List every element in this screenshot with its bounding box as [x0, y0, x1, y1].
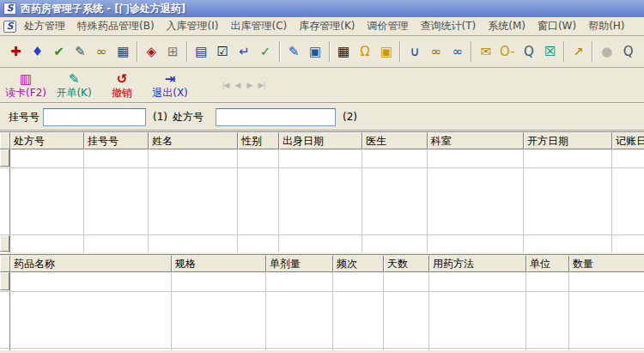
menu-item[interactable]: 入库管理(I) — [161, 17, 225, 35]
checkbox-checked-icon[interactable]: ☑ — [212, 40, 234, 63]
column-header[interactable]: 记账日期 — [612, 132, 644, 149]
find-folder-icon[interactable]: ∞ — [425, 40, 447, 63]
prescription-hotkey-hint: (2) — [343, 111, 357, 123]
edit-note-icon[interactable]: ✎ — [70, 40, 91, 63]
window-title: 西药房管理子系统 - [门诊处方退药] — [21, 2, 185, 16]
new-card-icon[interactable]: ⊞ — [162, 40, 184, 63]
note-insert-icon[interactable]: ↵ — [234, 40, 255, 63]
registration-no-input[interactable] — [43, 108, 146, 126]
toolbar-separator — [137, 41, 138, 62]
row-divider — [0, 234, 644, 235]
find-window-icon[interactable]: ∞ — [447, 40, 468, 63]
record-nav: |◀◀▶▶| — [220, 80, 267, 91]
row-indicator — [0, 272, 9, 290]
toolbar: ✚♦✔✎∞▦◈⊞▤☑↵✓✎▣▦Ω▣∪∞∞✉O-Q☒↗●Q — [0, 36, 644, 68]
column-header[interactable] — [0, 132, 10, 149]
toolbar-separator — [563, 41, 565, 62]
menu-item[interactable]: 帮助(H) — [582, 17, 630, 35]
button-label: 读卡(F2) — [5, 87, 46, 99]
menu-item[interactable]: 系统(M) — [482, 17, 532, 35]
registration-hotkey-hint: (1) — [153, 111, 167, 123]
column-header[interactable]: 出身日期 — [279, 132, 362, 149]
prescription-table-header: 处方号挂号号姓名性别出身日期医生科室开方日期记账日期 — [0, 132, 644, 149]
toolbar-separator — [592, 41, 593, 62]
create-order-button[interactable]: ✎ 开单(K) — [50, 68, 98, 102]
first-aid-box-icon[interactable]: ✚ — [5, 40, 27, 63]
column-header[interactable]: 天数 — [384, 255, 429, 272]
column-header[interactable]: 单剂量 — [266, 255, 333, 272]
button-label: 开单(K) — [56, 87, 91, 99]
exit-button[interactable]: ⇥ 退出(X) — [146, 68, 194, 102]
eraser-disabled-icon[interactable]: ● — [596, 40, 617, 63]
button-label: 撤销 — [112, 87, 132, 99]
toolbar-separator — [186, 41, 188, 62]
drug-table-header: 药品名称规格单剂量频次天数用药方法单位数量 — [0, 255, 644, 272]
column-header[interactable]: 数量 — [569, 255, 644, 272]
toolbar-separator — [471, 41, 472, 62]
nav-first-button: |◀ — [220, 80, 231, 91]
clipboard-add-icon[interactable]: ▤ — [191, 40, 212, 63]
column-header[interactable]: 规格 — [172, 255, 266, 272]
keypad-icon[interactable]: ▦ — [333, 40, 355, 63]
app-window: S 西药房管理子系统 - [门诊处方退药] S 处方管理特殊药品管理(B)入库管… — [0, 0, 644, 353]
column-header[interactable] — [0, 255, 10, 272]
column-header[interactable]: 挂号号 — [84, 132, 149, 149]
action-bar: ▥ 读卡(F2) ✎ 开单(K) ↺ 撤销 ⇥ 退出(X) |◀◀▶▶| — [0, 68, 644, 104]
nav-next-button: ▶ — [244, 80, 255, 91]
row-indicator — [0, 235, 9, 252]
binoculars-icon[interactable]: ∞ — [91, 40, 112, 63]
magnifier-icon[interactable]: Q — [518, 40, 539, 63]
clipboard-grid-icon[interactable]: ▦ — [112, 40, 134, 63]
medicine-bottle-icon[interactable]: ♦ — [27, 40, 48, 63]
menu-item[interactable]: 出库管理(C) — [225, 17, 294, 35]
magnifier2-icon[interactable]: Q — [617, 40, 639, 63]
card-find-icon[interactable]: ▣ — [305, 40, 326, 63]
menu-item[interactable]: 调价管理 — [361, 17, 415, 35]
row-divider — [0, 291, 644, 292]
open-folder-icon[interactable]: ↗ — [568, 40, 589, 63]
menu-item[interactable]: 查询统计(T) — [415, 17, 483, 35]
row-divider — [0, 348, 644, 349]
column-header[interactable]: 开方日期 — [524, 132, 612, 149]
button-icon: ✎ — [69, 72, 80, 87]
registration-no-label: 挂号号 — [9, 110, 39, 125]
undo-button[interactable]: ↺ 撤销 — [98, 68, 146, 102]
drug-table-body[interactable] — [0, 272, 644, 350]
nav-prev-button: ◀ — [232, 80, 243, 91]
column-header[interactable]: 姓名 — [149, 132, 238, 149]
close-box-icon[interactable]: ☒ — [539, 40, 561, 63]
bell-icon[interactable]: Ω — [355, 40, 376, 63]
column-header[interactable]: 用药方法 — [429, 255, 526, 272]
book-search-icon[interactable]: ◈ — [141, 40, 162, 63]
column-header[interactable]: 处方号 — [10, 132, 84, 149]
prescription-table-body[interactable] — [0, 149, 644, 253]
prescription-no-input[interactable] — [216, 108, 336, 126]
menu-bar: S 处方管理特殊药品管理(B)入库管理(I)出库管理(C)库存管理(K)调价管理… — [0, 17, 644, 36]
amber-box-icon[interactable]: ▣ — [376, 40, 398, 63]
read-card-button[interactable]: ▥ 读卡(F2) — [2, 68, 50, 102]
menu-item[interactable]: 库存管理(K) — [293, 17, 361, 35]
column-header[interactable]: 频次 — [333, 255, 384, 272]
column-header[interactable]: 药品名称 — [10, 255, 172, 272]
folder-mail-icon[interactable]: ✉ — [475, 40, 496, 63]
menu-item[interactable]: 窗口(W) — [532, 17, 582, 35]
menu-item[interactable]: 处方管理 — [18, 17, 71, 35]
mail-check-icon[interactable]: ✔ — [48, 40, 70, 63]
button-icon: ⇥ — [165, 72, 176, 87]
column-header[interactable]: 医生 — [362, 132, 428, 149]
trash-can-icon[interactable]: ∪ — [404, 40, 425, 63]
app-icon: S — [3, 3, 16, 15]
key-icon[interactable]: O- — [496, 40, 518, 63]
prescription-no-label: 处方号 — [173, 110, 204, 125]
column-header[interactable]: 单位 — [526, 255, 569, 272]
action-buttons: ▥ 读卡(F2) ✎ 开单(K) ↺ 撤销 ⇥ 退出(X) — [2, 68, 194, 102]
menu-item[interactable]: 特殊药品管理(B) — [71, 17, 161, 35]
toolbar-separator — [329, 41, 331, 62]
toolbar-separator — [399, 41, 401, 62]
button-label: 退出(X) — [152, 87, 188, 99]
column-header[interactable]: 性别 — [238, 132, 279, 149]
nav-last-button: ▶| — [256, 80, 267, 91]
note-verified-icon[interactable]: ✓ — [255, 40, 276, 63]
card-edit-icon[interactable]: ✎ — [283, 40, 305, 63]
column-header[interactable]: 科室 — [428, 132, 524, 149]
